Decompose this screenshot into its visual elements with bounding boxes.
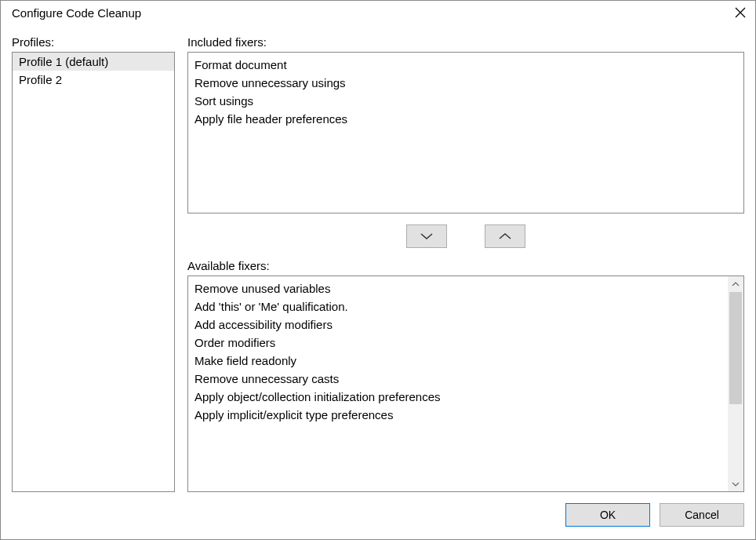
included-fixer-item[interactable]: Format document	[193, 56, 739, 74]
included-fixers-list[interactable]: Format documentRemove unnecessary usings…	[187, 52, 744, 213]
available-fixers-list[interactable]: Remove unused variablesAdd 'this' or 'Me…	[187, 275, 744, 492]
available-fixer-item[interactable]: Add 'this' or 'Me' qualification.	[193, 297, 725, 316]
available-fixer-item[interactable]: Add accessibility modifiers	[193, 316, 725, 334]
close-button[interactable]	[733, 5, 747, 20]
available-fixer-item[interactable]: Apply object/collection initialization p…	[193, 388, 725, 406]
move-buttons	[187, 213, 744, 259]
scroll-down-button[interactable]	[728, 476, 743, 491]
scrollbar[interactable]	[728, 276, 743, 491]
available-fixers-label: Available fixers:	[187, 259, 744, 272]
available-fixer-item[interactable]: Remove unnecessary casts	[193, 370, 725, 388]
included-fixers-label: Included fixers:	[187, 35, 744, 49]
titlebar: Configure Code Cleanup	[1, 1, 755, 24]
cancel-button[interactable]: Cancel	[660, 503, 744, 527]
profiles-label: Profiles:	[12, 35, 175, 49]
window-title: Configure Code Cleanup	[12, 6, 141, 20]
ok-button[interactable]: OK	[565, 503, 650, 527]
chevron-up-icon	[499, 232, 511, 240]
content-area: Profiles: Profile 1 (default)Profile 2 I…	[1, 24, 755, 492]
ok-button-label: OK	[600, 509, 616, 521]
triangle-down-icon	[732, 481, 740, 487]
scroll-up-button[interactable]	[728, 276, 743, 292]
dialog-buttons: OK Cancel	[1, 492, 755, 539]
move-up-button[interactable]	[485, 224, 525, 248]
included-fixer-item[interactable]: Remove unnecessary usings	[193, 74, 739, 92]
scroll-thumb[interactable]	[729, 292, 742, 404]
available-fixer-item[interactable]: Order modifiers	[193, 334, 725, 352]
available-fixer-item[interactable]: Remove unused variables	[193, 279, 725, 297]
profiles-list[interactable]: Profile 1 (default)Profile 2	[12, 52, 175, 492]
available-fixer-item[interactable]: Make field readonly	[193, 352, 725, 370]
profile-item[interactable]: Profile 2	[13, 71, 174, 89]
included-fixer-item[interactable]: Apply file header preferences	[193, 110, 739, 128]
chevron-down-icon	[420, 232, 433, 240]
available-fixer-item[interactable]: Apply implicit/explicit type preferences	[193, 406, 725, 424]
included-fixer-item[interactable]: Sort usings	[193, 92, 739, 110]
move-down-button[interactable]	[406, 224, 447, 248]
cancel-button-label: Cancel	[685, 509, 719, 521]
close-icon	[735, 7, 746, 18]
profile-item[interactable]: Profile 1 (default)	[13, 53, 174, 71]
triangle-up-icon	[732, 282, 740, 287]
scroll-track[interactable]	[728, 292, 743, 476]
fixers-column: Included fixers: Format documentRemove u…	[187, 35, 744, 492]
profiles-column: Profiles: Profile 1 (default)Profile 2	[12, 35, 175, 492]
